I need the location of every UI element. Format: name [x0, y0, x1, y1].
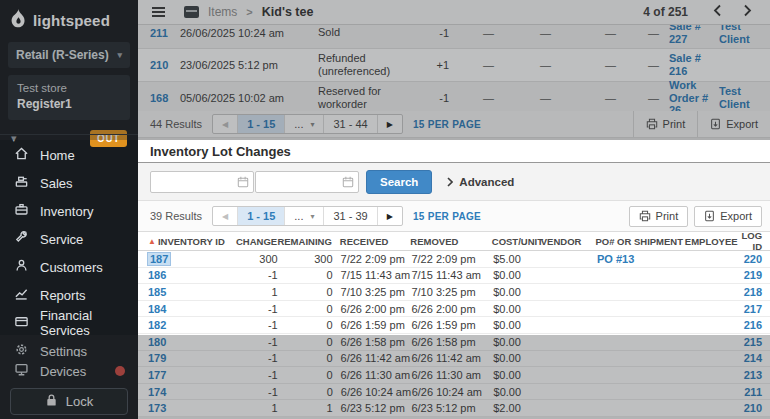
log-id-link[interactable]: 215 — [744, 336, 770, 348]
log-id-link[interactable]: 219 — [744, 269, 770, 281]
log-id-link[interactable]: 216 — [744, 319, 770, 331]
lot-table-row[interactable]: 187 300 300 7/22 2:09 pm 7/22 2:09 pm $5… — [138, 251, 770, 268]
inventory-id-link[interactable]: 185 — [148, 286, 166, 298]
column-header-po-shipment[interactable]: PO# OR SHIPMENT — [595, 236, 684, 247]
lock-button[interactable]: Lock — [10, 388, 128, 415]
history-table-row[interactable]: 210 23/06/2025 5:12 pm Refunded (unrefer… — [138, 49, 770, 82]
next-page-icon[interactable]: ▶ — [378, 207, 402, 225]
page-range-dropdown[interactable]: ...▾ — [285, 115, 324, 133]
sidebar-item-settings[interactable]: Settings — [0, 337, 138, 357]
sidebar-item-inventory[interactable]: Inventory — [0, 197, 138, 225]
inventory-id-link[interactable]: 187 — [148, 253, 170, 265]
inventory-id-link[interactable]: 182 — [148, 319, 166, 331]
inventory-id-link[interactable]: 186 — [148, 269, 166, 281]
store-info[interactable]: Test store Register1 — [8, 75, 130, 120]
column-header-removed[interactable]: REMOVED — [410, 236, 491, 247]
inventory-id-link[interactable]: 179 — [148, 352, 166, 364]
column-header-vendor[interactable]: VENDOR — [541, 236, 596, 247]
page-range-active[interactable]: 1 - 15 — [238, 207, 285, 225]
prev-page-icon[interactable]: ◀ — [213, 115, 238, 133]
column-header-cost-unit[interactable]: COST/UNIT — [492, 236, 541, 247]
log-id-link[interactable]: 218 — [744, 286, 770, 298]
log-id-link[interactable]: 214 — [744, 352, 770, 364]
search-button[interactable]: Search — [366, 170, 432, 194]
export-button[interactable]: Export — [697, 111, 770, 137]
lot-table-row[interactable]: 179 -1 0 6/26 11:42 am 6/26 11:42 am $0.… — [138, 351, 770, 368]
log-id-link[interactable]: 210 — [744, 402, 770, 414]
export-button[interactable]: Export — [694, 206, 762, 227]
print-button[interactable]: Print — [629, 206, 689, 227]
history-reference-link[interactable]: Sale # 216 — [659, 52, 715, 77]
sidebar-item-sales[interactable]: Sales — [0, 169, 138, 197]
prev-page-icon[interactable]: ◀ — [213, 207, 238, 225]
column-header-received[interactable]: RECEIVED — [332, 236, 411, 247]
log-id-link[interactable]: 211 — [744, 386, 770, 398]
column-header-log-id[interactable]: LOG ID — [741, 230, 770, 252]
log-id-link[interactable]: 213 — [744, 369, 770, 381]
lot-removed: 6/26 1:59 pm — [411, 319, 493, 331]
hamburger-menu-icon[interactable] — [152, 7, 165, 17]
print-button[interactable]: Print — [633, 111, 698, 137]
lot-table-header: ▲INVENTORY ID CHANGE REMAINING RECEIVED … — [138, 232, 770, 251]
breadcrumb-items-link[interactable]: Items — [208, 5, 237, 19]
lot-table-row[interactable]: 173 1 1 6/23 5:12 pm 6/23 5:12 pm $2.00 … — [138, 400, 770, 417]
page-range-last[interactable]: 31 - 44 — [324, 115, 377, 133]
sidebar-item-reports[interactable]: Reports — [0, 281, 138, 309]
log-id-link[interactable]: 217 — [744, 303, 770, 315]
lot-table-row[interactable]: 174 -1 0 6/26 10:24 am 6/26 10:24 am $0.… — [138, 384, 770, 401]
lot-table-row[interactable]: 184 -1 0 6/26 2:00 pm 6/26 2:00 pm $0.00… — [138, 301, 770, 318]
history-id-link[interactable]: 168 — [138, 92, 180, 104]
history-client-link[interactable]: Test Client — [715, 25, 770, 46]
inventory-id-link[interactable]: 173 — [148, 402, 166, 414]
po-link[interactable]: PO #13 — [597, 253, 687, 265]
page-range-last[interactable]: 31 - 39 — [324, 207, 377, 225]
history-type: Sold — [310, 26, 414, 39]
history-empty-value: — — [449, 59, 494, 71]
advanced-toggle[interactable]: Advanced — [447, 176, 514, 188]
history-client-link[interactable]: Test Client — [715, 85, 770, 110]
sidebar-item-home[interactable]: Home — [0, 141, 138, 169]
lot-remaining: 0 — [278, 319, 333, 331]
chevron-down-icon: ▾ — [310, 212, 314, 221]
history-reference-link[interactable]: Sale # 227 — [659, 25, 715, 46]
next-record-button[interactable] — [737, 1, 758, 23]
history-table-row[interactable]: 211 26/06/2025 10:24 am Sold -1 — — — — … — [138, 25, 770, 49]
inventory-id-link[interactable]: 184 — [148, 303, 166, 315]
lot-change: -1 — [228, 303, 278, 315]
per-page-selector[interactable]: 15 PER PAGE — [413, 211, 481, 222]
history-date: 05/06/2025 10:02 am — [180, 92, 310, 104]
page-range-active[interactable]: 1 - 15 — [238, 115, 285, 133]
lot-cost-unit: $0.00 — [493, 269, 542, 281]
next-page-icon[interactable]: ▶ — [378, 115, 402, 133]
lot-removed: 7/22 2:09 pm — [411, 253, 493, 265]
log-id-link[interactable]: 220 — [744, 253, 770, 265]
inventory-id-link[interactable]: 180 — [148, 336, 166, 348]
lot-table-row[interactable]: 177 -1 0 6/26 11:30 am 6/26 11:30 am $0.… — [138, 367, 770, 384]
product-selector[interactable]: Retail (R-Series) ▾ — [8, 42, 130, 68]
page-range-dropdown[interactable]: ...▾ — [285, 207, 324, 225]
per-page-selector[interactable]: 15 PER PAGE — [413, 119, 481, 130]
lot-table-row[interactable]: 180 -1 0 6/26 1:58 pm 6/26 1:58 pm $0.00… — [138, 334, 770, 351]
lot-table-row[interactable]: 182 -1 0 6/26 1:59 pm 6/26 1:59 pm $0.00… — [138, 317, 770, 334]
devices-icon — [14, 362, 29, 380]
column-header-remaining[interactable]: REMAINING — [277, 236, 332, 247]
column-header-inventory-id[interactable]: ▲INVENTORY ID — [138, 236, 227, 247]
lot-table-row[interactable]: 185 1 0 7/10 3:25 pm 7/10 3:25 pm $0.00 … — [138, 284, 770, 301]
lot-cost-unit: $0.00 — [493, 286, 542, 298]
history-reference-link[interactable]: Work Order # 26 — [659, 79, 715, 111]
lot-table-row[interactable]: 186 -1 0 7/15 11:43 am 7/15 11:43 am $0.… — [138, 268, 770, 285]
history-table-row[interactable]: 168 05/06/2025 10:02 am Reserved for wor… — [138, 82, 770, 111]
sidebar-item-service[interactable]: Service — [0, 225, 138, 253]
previous-record-button[interactable] — [707, 1, 728, 23]
history-id-link[interactable]: 211 — [138, 27, 180, 39]
history-id-link[interactable]: 210 — [138, 59, 180, 71]
column-header-employee[interactable]: EMPLOYEE — [685, 236, 742, 247]
sidebar-item-devices[interactable]: Devices — [0, 357, 138, 385]
inventory-id-link[interactable]: 177 — [148, 369, 166, 381]
lot-remaining: 0 — [278, 352, 333, 364]
column-header-change[interactable]: CHANGE — [227, 236, 277, 247]
inventory-id-link[interactable]: 174 — [148, 386, 166, 398]
calendar-icon — [342, 176, 354, 188]
sidebar-item-customers[interactable]: Customers — [0, 253, 138, 281]
sidebar-item-financial-services[interactable]: Financial Services — [0, 309, 138, 337]
